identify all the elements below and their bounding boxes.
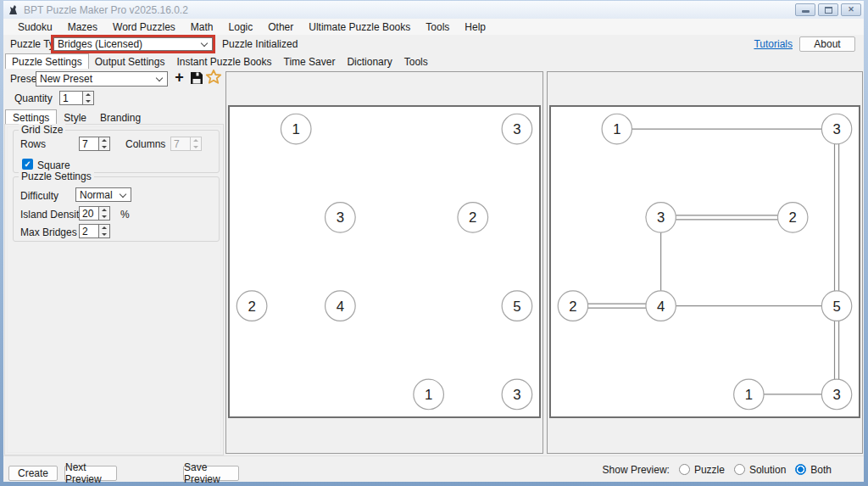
quantity-input[interactable] xyxy=(59,91,83,105)
radio-icon xyxy=(734,464,745,475)
radio-icon xyxy=(679,464,690,475)
about-button[interactable]: About xyxy=(799,36,855,52)
menu-item-sudoku[interactable]: Sudoku xyxy=(10,20,60,35)
square-checkbox[interactable] xyxy=(22,159,33,170)
svg-text:4: 4 xyxy=(657,299,665,315)
side-tab-style[interactable]: Style xyxy=(57,110,93,124)
window-title: BPT Puzzle Maker Pro v2025.16.0.2 xyxy=(24,4,188,16)
settings-tabs: SettingsStyleBranding xyxy=(5,109,147,124)
favorite-preset-button[interactable] xyxy=(205,69,222,86)
island-density-input[interactable] xyxy=(79,206,99,221)
menu-item-logic[interactable]: Logic xyxy=(221,20,261,35)
bottom-bar: Create Next Preview Save Preview Show Pr… xyxy=(3,455,864,482)
tab-time-saver[interactable]: Time Saver xyxy=(278,54,342,69)
spin-up-button[interactable] xyxy=(99,207,109,214)
max-bridges-stepper xyxy=(79,224,110,238)
spin-down-button[interactable] xyxy=(99,214,109,221)
svg-text:1: 1 xyxy=(425,387,432,403)
show-preview-group: Show Preview: PuzzleSolutionBoth xyxy=(603,456,832,483)
island-density-spinner xyxy=(99,206,110,221)
solution-preview-svg: 133224513 xyxy=(551,107,859,416)
puzzle-type-select[interactable]: Bridges (Licensed) xyxy=(53,37,213,51)
menu-item-help[interactable]: Help xyxy=(457,20,493,35)
menu-item-other[interactable]: Other xyxy=(260,20,301,35)
menu-bar: SudokuMazesWord PuzzlesMathLogicOtherUlt… xyxy=(3,19,864,35)
create-button[interactable]: Create xyxy=(8,466,58,481)
radio-label: Puzzle xyxy=(694,464,725,476)
maximize-icon xyxy=(825,7,832,14)
svg-text:3: 3 xyxy=(832,121,840,137)
show-preview-label: Show Preview: xyxy=(603,464,670,476)
puzzle-settings-group: Puzzle Settings Difficulty Normal Island… xyxy=(13,176,220,242)
spin-up-button[interactable] xyxy=(99,137,109,144)
svg-text:5: 5 xyxy=(832,299,840,315)
radio-label: Both xyxy=(810,464,832,476)
save-preset-button[interactable] xyxy=(189,70,204,86)
menu-item-math[interactable]: Math xyxy=(183,20,221,35)
svg-text:1: 1 xyxy=(745,387,753,403)
svg-text:3: 3 xyxy=(513,121,520,137)
add-preset-button[interactable]: + xyxy=(172,70,186,87)
preset-select[interactable]: New Preset xyxy=(36,71,168,87)
tab-instant-puzzle-books[interactable]: Instant Puzzle Books xyxy=(170,54,277,69)
svg-text:5: 5 xyxy=(513,299,520,315)
svg-text:3: 3 xyxy=(657,209,665,226)
max-bridges-input[interactable] xyxy=(79,224,99,238)
spin-down-button[interactable] xyxy=(83,98,93,105)
spin-down-button[interactable] xyxy=(99,144,109,151)
next-preview-button[interactable]: Next Preview xyxy=(64,466,117,481)
menu-item-word-puzzles[interactable]: Word Puzzles xyxy=(105,20,183,35)
svg-text:3: 3 xyxy=(832,387,840,403)
difficulty-value: Normal xyxy=(80,189,113,201)
tutorials-link[interactable]: Tutorials xyxy=(754,38,793,50)
columns-input xyxy=(170,137,191,151)
close-button[interactable]: ✕ xyxy=(841,3,861,16)
save-preview-button[interactable]: Save Preview xyxy=(183,466,239,481)
svg-text:2: 2 xyxy=(569,299,576,315)
puzzle-type-value: Bridges (Licensed) xyxy=(58,38,142,50)
show-preview-radio-puzzle[interactable]: Puzzle xyxy=(679,464,725,476)
max-bridges-label: Max Bridges xyxy=(20,226,77,238)
menu-item-mazes[interactable]: Mazes xyxy=(60,20,105,35)
save-icon xyxy=(189,70,204,86)
side-tab-settings[interactable]: Settings xyxy=(5,109,57,124)
puzzle-settings-title: Puzzle Settings xyxy=(19,170,94,182)
tab-tools[interactable]: Tools xyxy=(398,54,434,69)
island-density-stepper xyxy=(79,206,110,221)
status-text: Puzzle Initialized xyxy=(222,35,298,53)
main-tabs: Puzzle SettingsOutput SettingsInstant Pu… xyxy=(3,53,864,69)
puzzle-preview-canvas: 133224513 xyxy=(228,105,541,418)
tab-puzzle-settings[interactable]: Puzzle Settings xyxy=(5,53,89,69)
spin-up-button xyxy=(191,137,201,144)
svg-text:1: 1 xyxy=(292,121,300,137)
difficulty-select[interactable]: Normal xyxy=(75,187,131,202)
show-preview-radio-both[interactable]: Both xyxy=(795,464,832,476)
rows-label: Rows xyxy=(20,138,46,150)
difficulty-label: Difficulty xyxy=(20,190,58,202)
chevron-down-icon xyxy=(156,75,163,81)
show-preview-radio-solution[interactable]: Solution xyxy=(734,464,786,476)
spin-down-button[interactable] xyxy=(99,232,109,238)
maximize-button[interactable] xyxy=(818,3,838,16)
rows-input[interactable] xyxy=(79,137,99,151)
tab-dictionary[interactable]: Dictionary xyxy=(341,54,398,69)
tab-output-settings[interactable]: Output Settings xyxy=(89,54,171,69)
minimize-icon xyxy=(802,10,810,13)
spin-up-button[interactable] xyxy=(83,92,93,98)
radio-icon xyxy=(795,464,806,475)
minimize-button[interactable] xyxy=(795,3,815,16)
menu-item-ultimate-puzzle-books[interactable]: Ultimate Puzzle Books xyxy=(301,20,418,35)
chevron-down-icon xyxy=(120,190,126,197)
spin-down-button xyxy=(191,144,201,151)
rows-spinner xyxy=(99,137,110,151)
square-label: Square xyxy=(37,159,70,171)
side-tab-branding[interactable]: Branding xyxy=(93,110,147,124)
rows-stepper xyxy=(79,137,110,151)
columns-spinner xyxy=(191,137,202,151)
menu-item-tools[interactable]: Tools xyxy=(418,20,457,35)
quantity-label: Quantity xyxy=(14,92,53,106)
title-bar: BPT Puzzle Maker Pro v2025.16.0.2 ✕ xyxy=(3,1,864,19)
spin-up-button[interactable] xyxy=(99,225,109,232)
island-density-label: Island Density xyxy=(20,209,84,221)
chevron-down-icon xyxy=(201,40,208,47)
